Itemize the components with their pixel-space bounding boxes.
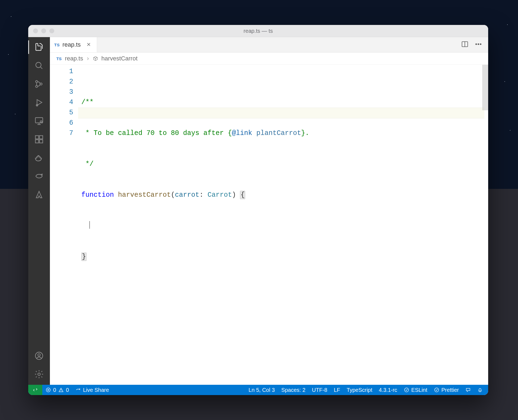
close-tab-icon[interactable] xyxy=(86,41,91,49)
live-share-icon xyxy=(75,387,81,393)
svg-point-2 xyxy=(36,85,38,88)
extensions-icon[interactable] xyxy=(34,134,44,144)
activity-bar xyxy=(28,37,50,385)
status-bar: 0 0 Live Share Ln 5, Col 3 Spaces: 2 UTF… xyxy=(28,385,488,395)
feedback-icon[interactable] xyxy=(462,387,474,393)
explorer-icon[interactable] xyxy=(34,42,44,52)
encoding-status[interactable]: UTF-8 xyxy=(309,387,331,393)
check-icon xyxy=(434,387,439,393)
live-share-icon[interactable] xyxy=(34,171,44,181)
svg-rect-8 xyxy=(36,140,39,143)
eslint-status[interactable]: ESLint xyxy=(401,387,431,393)
notifications-bell-icon[interactable] xyxy=(474,387,488,393)
run-debug-icon[interactable] xyxy=(34,97,44,108)
code-editor[interactable]: 1 2 3 4 5 6 7 /** * To be called 70 to 8… xyxy=(50,65,488,385)
warning-icon xyxy=(58,387,64,393)
cursor-position-status[interactable]: Ln 5, Col 3 xyxy=(245,387,278,393)
svg-point-19 xyxy=(404,388,408,392)
line-number-gutter: 1 2 3 4 5 6 7 xyxy=(50,65,78,385)
svg-point-1 xyxy=(36,80,38,83)
svg-rect-10 xyxy=(40,136,43,139)
settings-gear-icon[interactable] xyxy=(34,369,44,379)
tab-reap-ts[interactable]: TS reap.ts xyxy=(50,37,97,52)
svg-point-17 xyxy=(480,44,481,45)
line-number: 3 xyxy=(50,87,73,97)
source-control-icon[interactable] xyxy=(34,79,44,89)
prettier-status[interactable]: Prettier xyxy=(431,387,462,393)
code-content[interactable]: /** * To be called 70 to 80 days after {… xyxy=(78,65,488,385)
line-number: 4 xyxy=(50,97,73,108)
line-number: 1 xyxy=(50,66,73,77)
breadcrumb-symbol[interactable]: harvestCarrot xyxy=(101,55,138,62)
text-cursor xyxy=(89,221,90,229)
window-title: reap.ts — ts xyxy=(28,28,488,34)
svg-point-13 xyxy=(38,373,40,376)
line-number: 7 xyxy=(50,128,73,138)
azure-icon[interactable] xyxy=(34,189,44,200)
eol-status[interactable]: LF xyxy=(331,387,343,393)
error-icon xyxy=(46,387,51,393)
svg-point-15 xyxy=(476,44,477,45)
split-editor-icon[interactable] xyxy=(461,40,469,49)
typescript-file-icon: TS xyxy=(54,43,60,47)
accounts-icon[interactable] xyxy=(34,351,44,361)
breadcrumbs[interactable]: TS reap.ts › harvestCarrot xyxy=(50,53,488,65)
typescript-file-icon: TS xyxy=(56,56,62,61)
problems-status[interactable]: 0 0 xyxy=(42,387,72,393)
language-mode-status[interactable]: TypeScript xyxy=(343,387,375,393)
remote-indicator[interactable] xyxy=(28,385,42,395)
svg-rect-7 xyxy=(36,136,39,139)
line-number: 6 xyxy=(50,118,73,128)
check-icon xyxy=(404,387,409,393)
typescript-version-status[interactable]: 4.3.1-rc xyxy=(376,387,401,393)
chevron-right-icon: › xyxy=(87,55,89,62)
tab-label: reap.ts xyxy=(62,41,81,48)
symbol-method-icon xyxy=(93,56,98,61)
search-icon[interactable] xyxy=(34,60,44,71)
remote-explorer-icon[interactable] xyxy=(34,116,44,126)
docker-icon[interactable] xyxy=(34,153,44,163)
line-number: 5 xyxy=(50,108,73,118)
tab-bar: TS reap.ts xyxy=(50,37,488,53)
active-line-highlight xyxy=(78,108,484,118)
more-actions-icon[interactable] xyxy=(475,40,482,49)
svg-point-16 xyxy=(478,44,479,45)
indentation-status[interactable]: Spaces: 2 xyxy=(278,387,309,393)
vscode-window: reap.ts — ts xyxy=(28,25,488,395)
svg-rect-9 xyxy=(40,140,43,143)
titlebar[interactable]: reap.ts — ts xyxy=(28,25,488,37)
live-share-status[interactable]: Live Share xyxy=(72,387,112,393)
line-number: 2 xyxy=(50,77,73,87)
svg-point-0 xyxy=(36,62,41,68)
svg-point-12 xyxy=(38,354,40,356)
breadcrumb-file[interactable]: reap.ts xyxy=(65,55,83,62)
svg-point-20 xyxy=(434,388,439,392)
